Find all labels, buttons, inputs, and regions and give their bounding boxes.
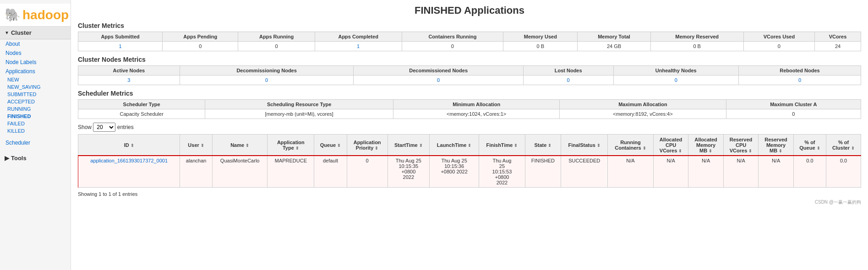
col-memory-reserved: Memory Reserved [650,32,743,42]
col-containers-running: Containers Running [402,32,503,42]
val-apps-running: 0 [238,42,315,51]
cluster-nodes-metrics-table: Active Nodes Decommissioning Nodes Decom… [78,65,861,85]
th-pct-queue[interactable]: % ofQueue ⇕ [793,135,826,156]
app-id-link[interactable]: application_1661393017372_0001 [90,158,168,163]
sidebar-item-new[interactable]: NEW [0,76,71,83]
cell-finish-time: Thu Aug2510:15:53+08002022 [479,156,525,188]
val-memory-used: 0 B [503,42,578,51]
show-entries-control: Show 10 20 25 50 100 entries [78,123,861,132]
col-maximum-cluster: Maximum Cluster A [726,100,861,109]
sort-start-icon: ⇕ [419,143,423,148]
th-reserved-memory[interactable]: ReservedMemoryMB ⇕ [759,135,793,156]
th-queue[interactable]: Queue ⇕ [314,135,347,156]
th-final-status[interactable]: FinalStatus ⇕ [561,135,608,156]
val-decommissioned-nodes: 0 [354,76,523,85]
val-apps-completed: 1 [315,42,402,51]
th-running-containers[interactable]: RunningContainers ⇕ [608,135,654,156]
sidebar-item-about[interactable]: About [0,39,71,49]
sort-state-icon: ⇕ [548,143,551,148]
th-launch-time[interactable]: LaunchTime ⇕ [429,135,479,156]
th-state[interactable]: State ⇕ [525,135,561,156]
tools-arrow-icon: ▶ [5,155,9,162]
rebooted-link[interactable]: 0 [798,77,801,83]
cell-reserved-cpu: N/A [723,156,759,188]
sidebar-item-killed[interactable]: KILLED [0,127,71,135]
sort-app-type-icon: ⇕ [295,146,299,151]
cluster-metrics-title: Cluster Metrics [78,22,861,29]
cluster-metrics-table: Apps Submitted Apps Pending Apps Running… [78,32,861,51]
th-name[interactable]: Name ⇕ [212,135,267,156]
cell-reserved-memory: N/A [759,156,793,188]
sort-id-icon: ⇕ [131,143,134,148]
val-maximum-cluster: 0 [726,109,861,119]
sort-user-icon: ⇕ [201,143,204,148]
th-app-type[interactable]: ApplicationType ⇕ [267,135,314,156]
sidebar-item-scheduler[interactable]: Scheduler [0,138,71,147]
hadoop-logo: 🐘 hadoop [5,7,69,22]
sidebar-item-accepted[interactable]: ACCEPTED [0,98,71,105]
main-content: FINISHED Applications Cluster Metrics Ap… [71,0,868,270]
sidebar-item-submitted[interactable]: SUBMITTED [0,91,71,98]
scheduler-metrics-title: Scheduler Metrics [78,90,861,97]
sort-pc-icon: ⇕ [851,146,855,151]
col-scheduling-resource-type: Scheduling Resource Type [205,100,393,109]
th-id[interactable]: ID ⇕ [78,135,180,156]
col-memory-total: Memory Total [578,32,650,42]
cell-priority: 0 [347,156,388,188]
sidebar-item-applications[interactable]: Applications [0,67,71,76]
val-containers-running: 0 [402,42,503,51]
entries-select[interactable]: 10 20 25 50 100 [93,123,115,132]
sidebar-item-running[interactable]: RUNNING [0,105,71,113]
sidebar-item-failed[interactable]: FAILED [0,120,71,127]
th-finish-time[interactable]: FinishTime ⇕ [479,135,525,156]
val-lost-nodes: 0 [523,76,613,85]
cell-launch-time: Thu Aug 2510:15:36+0800 2022 [429,156,479,188]
col-memory-used: Memory Used [503,32,578,42]
val-rebooted-nodes: 0 [738,76,861,85]
decommissioning-link[interactable]: 0 [265,77,268,83]
th-start-time[interactable]: StartTime ⇕ [388,135,429,156]
sidebar-item-new-saving[interactable]: NEW_SAVING [0,83,71,91]
val-vcores-used: 0 [743,42,814,51]
val-apps-submitted: 1 [78,42,163,51]
cell-name: QuasiMonteCarlo [212,156,267,188]
col-vcores-used: VCores Used [743,32,814,42]
lost-link[interactable]: 0 [567,77,570,83]
th-alloc-cpu[interactable]: AllocatedCPUVCores ⇕ [653,135,688,156]
cell-pct-queue: 0.0 [793,156,826,188]
sort-launch-icon: ⇕ [468,143,471,148]
col-apps-running: Apps Running [238,32,315,42]
sidebar-item-nodes[interactable]: Nodes [0,49,71,58]
decommissioned-link[interactable]: 0 [437,77,440,83]
sidebar-item-finished[interactable]: FINISHED [0,113,71,120]
th-reserved-cpu[interactable]: ReservedCPUVCores ⇕ [723,135,759,156]
sort-amem-icon: ⇕ [709,149,712,153]
sidebar-item-node-labels[interactable]: Node Labels [0,58,71,67]
th-priority[interactable]: ApplicationPriority ⇕ [347,135,388,156]
col-lost-nodes: Lost Nodes [523,66,613,76]
th-alloc-memory[interactable]: AllocatedMemoryMB ⇕ [688,135,723,156]
tools-section-header[interactable]: ▶ Tools [0,152,71,164]
th-pct-cluster[interactable]: % ofCluster ⇕ [826,135,861,156]
unhealthy-link[interactable]: 0 [675,77,677,83]
cell-alloc-cpu: N/A [653,156,688,188]
th-user[interactable]: User ⇕ [180,135,213,156]
val-scheduling-resource-type: [memory-mb (unit=Mi), vcores] [205,109,393,119]
sort-priority-icon: ⇕ [375,146,378,151]
table-row: application_1661393017372_0001 alanchan … [78,156,861,188]
apps-submitted-link[interactable]: 1 [119,43,122,49]
app-sub-items: NEW NEW_SAVING SUBMITTED ACCEPTED RUNNIN… [0,76,71,135]
sort-rmem-icon: ⇕ [779,149,782,153]
sort-pq-icon: ⇕ [817,146,820,151]
col-unhealthy-nodes: Unhealthy Nodes [613,66,738,76]
cluster-label: Cluster [11,29,32,36]
apps-completed-link[interactable]: 1 [357,43,360,49]
cluster-section-header[interactable]: ▼ Cluster [0,27,71,39]
val-unhealthy-nodes: 0 [613,76,738,85]
val-minimum-allocation: <memory:1024, vCores:1> [393,109,560,119]
active-nodes-link[interactable]: 3 [127,77,130,83]
cell-id: application_1661393017372_0001 [78,156,180,188]
cell-app-type: MAPREDUCE [267,156,314,188]
sort-final-icon: ⇕ [597,143,601,148]
cluster-nodes-metrics-title: Cluster Nodes Metrics [78,56,861,63]
